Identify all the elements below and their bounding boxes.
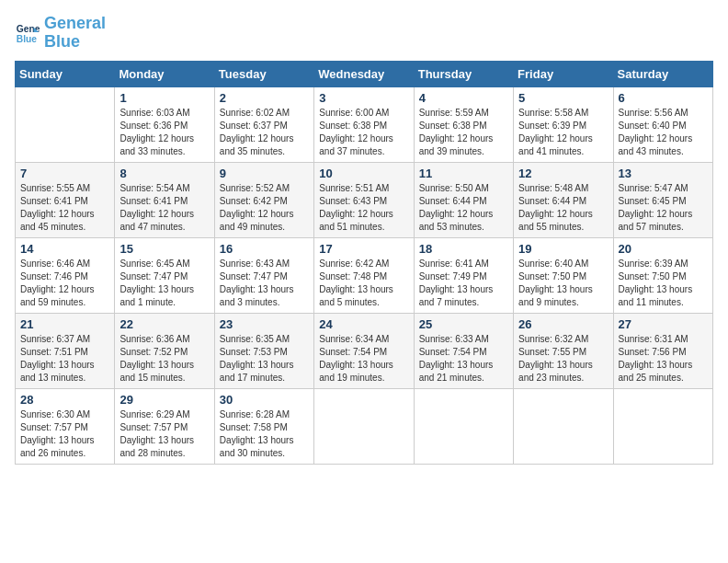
day-cell: 4Sunrise: 5:59 AM Sunset: 6:38 PM Daylig…	[414, 86, 513, 162]
day-number: 22	[119, 317, 209, 331]
day-number: 24	[319, 317, 408, 331]
day-number: 6	[619, 91, 708, 105]
day-info: Sunrise: 5:56 AM Sunset: 6:40 PM Dayligh…	[619, 107, 708, 158]
day-number: 17	[319, 242, 408, 256]
day-cell: 18Sunrise: 6:41 AM Sunset: 7:49 PM Dayli…	[414, 237, 513, 313]
day-number: 20	[619, 242, 708, 256]
day-number: 18	[419, 242, 508, 256]
header-cell-sunday: Sunday	[16, 61, 115, 86]
header-cell-tuesday: Tuesday	[214, 61, 313, 86]
day-cell: 5Sunrise: 5:58 AM Sunset: 6:39 PM Daylig…	[514, 86, 613, 162]
day-number: 9	[220, 167, 309, 180]
calendar-table: SundayMondayTuesdayWednesdayThursdayFrid…	[15, 61, 713, 465]
day-info: Sunrise: 6:39 AM Sunset: 7:50 PM Dayligh…	[619, 258, 708, 309]
day-number: 26	[518, 317, 608, 331]
day-number: 27	[619, 317, 708, 331]
day-number: 21	[20, 317, 109, 331]
week-row-2: 7Sunrise: 5:55 AM Sunset: 6:41 PM Daylig…	[16, 162, 713, 237]
header-cell-wednesday: Wednesday	[314, 61, 414, 86]
day-info: Sunrise: 6:36 AM Sunset: 7:52 PM Dayligh…	[119, 333, 209, 385]
day-number: 12	[518, 167, 608, 180]
day-info: Sunrise: 6:32 AM Sunset: 7:55 PM Dayligh…	[518, 333, 608, 385]
day-info: Sunrise: 6:29 AM Sunset: 7:57 PM Dayligh…	[119, 408, 209, 460]
day-number: 5	[518, 91, 608, 105]
day-number: 23	[220, 317, 309, 331]
day-info: Sunrise: 6:43 AM Sunset: 7:47 PM Dayligh…	[220, 258, 309, 309]
day-cell: 23Sunrise: 6:35 AM Sunset: 7:53 PM Dayli…	[214, 313, 313, 388]
day-cell: 15Sunrise: 6:45 AM Sunset: 7:47 PM Dayli…	[115, 237, 214, 313]
day-number: 1	[119, 91, 209, 105]
day-cell	[613, 388, 712, 464]
day-info: Sunrise: 6:41 AM Sunset: 7:49 PM Dayligh…	[419, 258, 508, 309]
day-cell: 1Sunrise: 6:03 AM Sunset: 6:36 PM Daylig…	[115, 86, 214, 162]
day-info: Sunrise: 6:46 AM Sunset: 7:46 PM Dayligh…	[20, 258, 109, 309]
day-number: 4	[419, 91, 508, 105]
svg-text:Blue: Blue	[17, 34, 38, 44]
day-cell: 17Sunrise: 6:42 AM Sunset: 7:48 PM Dayli…	[314, 237, 414, 313]
day-number: 2	[220, 91, 309, 105]
day-number: 14	[20, 242, 109, 256]
svg-text:General: General	[17, 24, 40, 34]
logo: General Blue General Blue	[15, 15, 106, 52]
day-cell: 24Sunrise: 6:34 AM Sunset: 7:54 PM Dayli…	[314, 313, 414, 388]
day-cell: 3Sunrise: 6:00 AM Sunset: 6:38 PM Daylig…	[314, 86, 414, 162]
day-cell: 8Sunrise: 5:54 AM Sunset: 6:41 PM Daylig…	[115, 162, 214, 237]
day-cell: 25Sunrise: 6:33 AM Sunset: 7:54 PM Dayli…	[414, 313, 513, 388]
day-cell: 12Sunrise: 5:48 AM Sunset: 6:44 PM Dayli…	[514, 162, 613, 237]
day-cell	[16, 86, 115, 162]
day-info: Sunrise: 6:40 AM Sunset: 7:50 PM Dayligh…	[518, 258, 608, 309]
day-number: 29	[119, 393, 209, 407]
header-cell-friday: Friday	[514, 61, 613, 86]
day-cell: 16Sunrise: 6:43 AM Sunset: 7:47 PM Dayli…	[214, 237, 313, 313]
day-number: 7	[20, 167, 109, 180]
day-cell: 7Sunrise: 5:55 AM Sunset: 6:41 PM Daylig…	[16, 162, 115, 237]
day-number: 25	[419, 317, 508, 331]
day-cell: 11Sunrise: 5:50 AM Sunset: 6:44 PM Dayli…	[414, 162, 513, 237]
day-info: Sunrise: 6:03 AM Sunset: 6:36 PM Dayligh…	[119, 107, 209, 158]
day-number: 8	[119, 167, 209, 180]
day-cell: 14Sunrise: 6:46 AM Sunset: 7:46 PM Dayli…	[16, 237, 115, 313]
day-cell	[414, 388, 513, 464]
week-row-1: 1Sunrise: 6:03 AM Sunset: 6:36 PM Daylig…	[16, 86, 713, 162]
day-info: Sunrise: 5:51 AM Sunset: 6:43 PM Dayligh…	[319, 182, 408, 234]
day-cell: 22Sunrise: 6:36 AM Sunset: 7:52 PM Dayli…	[115, 313, 214, 388]
day-info: Sunrise: 5:47 AM Sunset: 6:45 PM Dayligh…	[619, 182, 708, 234]
day-number: 28	[20, 393, 109, 407]
day-info: Sunrise: 5:50 AM Sunset: 6:44 PM Dayligh…	[419, 182, 508, 234]
day-number: 10	[319, 167, 408, 180]
day-info: Sunrise: 5:48 AM Sunset: 6:44 PM Dayligh…	[518, 182, 608, 234]
day-info: Sunrise: 6:45 AM Sunset: 7:47 PM Dayligh…	[119, 258, 209, 309]
day-info: Sunrise: 6:02 AM Sunset: 6:37 PM Dayligh…	[220, 107, 309, 158]
day-cell: 13Sunrise: 5:47 AM Sunset: 6:45 PM Dayli…	[613, 162, 712, 237]
day-info: Sunrise: 6:34 AM Sunset: 7:54 PM Dayligh…	[319, 333, 408, 385]
day-cell: 21Sunrise: 6:37 AM Sunset: 7:51 PM Dayli…	[16, 313, 115, 388]
day-cell: 28Sunrise: 6:30 AM Sunset: 7:57 PM Dayli…	[16, 388, 115, 464]
day-info: Sunrise: 5:58 AM Sunset: 6:39 PM Dayligh…	[518, 107, 608, 158]
day-number: 11	[419, 167, 508, 180]
day-number: 13	[619, 167, 708, 180]
header-row: SundayMondayTuesdayWednesdayThursdayFrid…	[16, 61, 713, 86]
logo-text-line2: Blue	[44, 33, 106, 52]
day-info: Sunrise: 5:59 AM Sunset: 6:38 PM Dayligh…	[419, 107, 508, 158]
day-info: Sunrise: 5:55 AM Sunset: 6:41 PM Dayligh…	[20, 182, 109, 234]
day-cell: 10Sunrise: 5:51 AM Sunset: 6:43 PM Dayli…	[314, 162, 414, 237]
day-info: Sunrise: 6:28 AM Sunset: 7:58 PM Dayligh…	[220, 408, 309, 460]
week-row-4: 21Sunrise: 6:37 AM Sunset: 7:51 PM Dayli…	[16, 313, 713, 388]
logo-icon: General Blue	[15, 20, 40, 46]
week-row-3: 14Sunrise: 6:46 AM Sunset: 7:46 PM Dayli…	[16, 237, 713, 313]
day-cell: 27Sunrise: 6:31 AM Sunset: 7:56 PM Dayli…	[613, 313, 712, 388]
day-cell: 19Sunrise: 6:40 AM Sunset: 7:50 PM Dayli…	[514, 237, 613, 313]
header-cell-monday: Monday	[115, 61, 214, 86]
day-info: Sunrise: 6:42 AM Sunset: 7:48 PM Dayligh…	[319, 258, 408, 309]
day-info: Sunrise: 5:54 AM Sunset: 6:41 PM Dayligh…	[119, 182, 209, 234]
day-number: 15	[119, 242, 209, 256]
day-info: Sunrise: 5:52 AM Sunset: 6:42 PM Dayligh…	[220, 182, 309, 234]
day-cell: 2Sunrise: 6:02 AM Sunset: 6:37 PM Daylig…	[214, 86, 313, 162]
day-info: Sunrise: 6:37 AM Sunset: 7:51 PM Dayligh…	[20, 333, 109, 385]
page-header: General Blue General Blue	[15, 15, 713, 52]
day-cell: 20Sunrise: 6:39 AM Sunset: 7:50 PM Dayli…	[613, 237, 712, 313]
day-number: 3	[319, 91, 408, 105]
header-cell-thursday: Thursday	[414, 61, 513, 86]
day-info: Sunrise: 6:33 AM Sunset: 7:54 PM Dayligh…	[419, 333, 508, 385]
day-info: Sunrise: 6:00 AM Sunset: 6:38 PM Dayligh…	[319, 107, 408, 158]
